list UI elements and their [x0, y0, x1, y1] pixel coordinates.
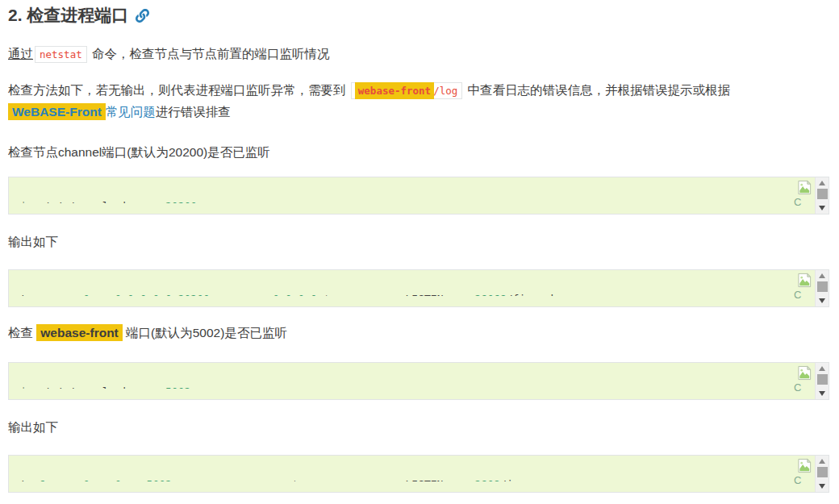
scrollbar-up-button[interactable]	[816, 270, 829, 281]
netstat-inline-code: netstat	[35, 46, 87, 63]
check-channel-paragraph: 检查节点channel端口(默认为20200)是否已监听	[8, 142, 829, 163]
code-content: tcp6 0 0 :::5002 :::* LISTEN 2909/java	[9, 466, 815, 481]
scrollbar-down-button[interactable]	[816, 295, 829, 306]
down-arrow-icon	[819, 298, 825, 303]
code-content: tcp 0 0 0.0.0.0:20200 0.0.0.0:* LISTEN 2…	[9, 281, 815, 296]
code-content: $ netstat -anlp | grep 20200	[9, 188, 815, 203]
method-text-2: 中查看日志的错误信息，并根据错误提示或根据	[464, 83, 730, 97]
copy-button[interactable]: C	[794, 273, 813, 306]
code-block-channel-command: $ netstat -anlp | grep 20200 C	[8, 177, 829, 215]
scrollbar-thumb[interactable]	[817, 467, 828, 477]
section-heading: 2. 检查进程端口	[8, 5, 829, 26]
intro-paragraph: 通过netstat 命令，检查节点与节点前置的端口监听情况	[8, 44, 829, 65]
search-highlight-plain: webase-front	[36, 324, 122, 341]
scrollbar-up-button[interactable]	[816, 177, 829, 189]
header-anchor-link[interactable]	[136, 9, 149, 23]
scrollbar-up-button[interactable]	[816, 363, 829, 374]
broken-image-icon	[797, 180, 812, 195]
method-text-3: 进行错误排查	[156, 105, 231, 119]
scrollbar-down-button[interactable]	[816, 202, 829, 214]
code-content: $ netstat -anlp | grep 5002	[9, 373, 815, 389]
doc-content: 2. 检查进程端口 通过netstat 命令，检查节点与节点前置的端口监听情况 …	[0, 0, 839, 493]
intro-underlined-text: 通过	[8, 47, 33, 60]
code-scrollbar[interactable]	[815, 363, 829, 399]
code-scrollbar[interactable]	[815, 270, 829, 306]
copy-alt-text: C	[794, 381, 813, 394]
scrollbar-down-button[interactable]	[816, 481, 829, 492]
copy-button[interactable]: C	[794, 365, 813, 398]
method-text-1: 检查方法如下，若无输出，则代表进程端口监听异常，需要到	[8, 83, 349, 97]
down-arrow-icon	[819, 484, 825, 489]
webase-front-faq-link[interactable]: WeBASE-Front常见问题	[8, 103, 156, 120]
copy-button[interactable]: C	[794, 180, 813, 213]
faq-link-text: 常见问题	[106, 105, 156, 119]
broken-image-icon	[797, 273, 812, 288]
code-block-front-output: tcp6 0 0 :::5002 :::* LISTEN 2909/java C	[8, 455, 829, 493]
scrollbar-thumb[interactable]	[817, 281, 828, 292]
copy-alt-text: C	[794, 196, 813, 209]
up-arrow-icon	[819, 181, 825, 185]
check-front-paragraph: 检查 webase-front 端口(默认为5002)是否已监听	[8, 323, 829, 344]
check-front-text-1: 检查	[8, 326, 36, 339]
up-arrow-icon	[819, 273, 825, 278]
code-block-channel-output: tcp 0 0 0.0.0.0:20200 0.0.0.0:* LISTEN 2…	[8, 269, 829, 307]
method-paragraph: 检查方法如下，若无输出，则代表进程端口监听异常，需要到 webase-front…	[8, 80, 829, 123]
webase-front-log-inline-code: webase-front/log	[351, 82, 462, 99]
output-label: 输出如下	[8, 231, 829, 252]
code-scrollbar[interactable]	[815, 177, 829, 214]
scrollbar-thumb[interactable]	[817, 374, 828, 385]
copy-alt-text: C	[794, 289, 813, 302]
check-front-text-2: 端口(默认为5002)是否已监听	[123, 326, 287, 339]
search-highlight-link: WeBASE-Front	[8, 103, 106, 120]
log-path-text: /log	[433, 85, 457, 97]
output-label: 输出如下	[8, 417, 829, 438]
code-block-front-command: $ netstat -anlp | grep 5002 C	[8, 362, 829, 400]
link-icon	[136, 9, 149, 23]
code-scrollbar[interactable]	[815, 456, 829, 492]
broken-image-icon	[797, 458, 812, 473]
down-arrow-icon	[819, 391, 825, 396]
broken-image-icon	[797, 365, 812, 381]
scrollbar-up-button[interactable]	[816, 456, 829, 467]
intro-rest-text: 命令，检查节点与节点前置的端口监听情况	[89, 47, 330, 60]
copy-button[interactable]: C	[794, 458, 813, 491]
up-arrow-icon	[819, 366, 825, 371]
scrollbar-thumb[interactable]	[817, 189, 828, 199]
section-heading-text: 2. 检查进程端口	[8, 5, 128, 26]
search-highlight-code: webase-front	[355, 82, 434, 99]
scrollbar-down-button[interactable]	[816, 388, 829, 399]
down-arrow-icon	[819, 206, 825, 210]
copy-alt-text: C	[794, 474, 813, 487]
up-arrow-icon	[819, 459, 825, 464]
